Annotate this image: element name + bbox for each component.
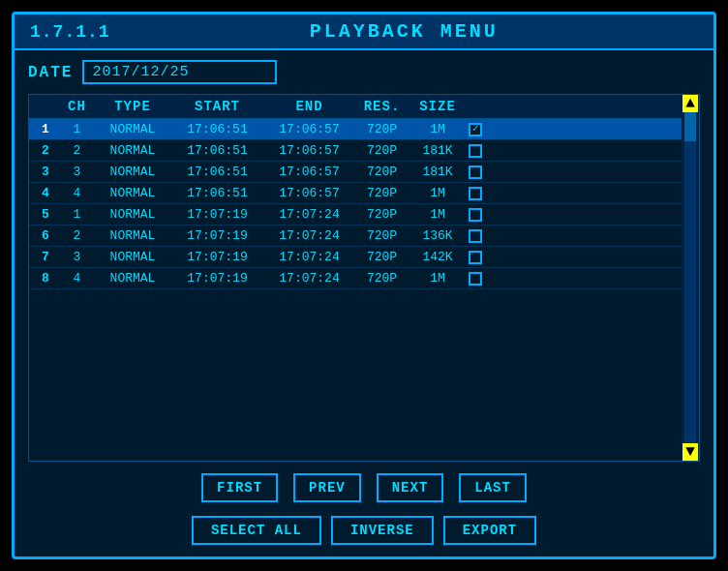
row-res: 720P xyxy=(355,228,409,243)
row-start: 17:07:19 xyxy=(171,228,263,243)
row-ch: 1 xyxy=(60,122,94,136)
header-end: END xyxy=(263,99,355,114)
select-all-button[interactable]: SELECT ALL xyxy=(192,516,321,545)
table-row[interactable]: 8 4 NORMAL 17:07:19 17:07:24 720P 1M xyxy=(29,268,699,289)
row-end: 17:06:57 xyxy=(263,186,355,200)
title-bar: 1.7.1.1 PLAYBACK MENU xyxy=(15,15,713,50)
date-input[interactable] xyxy=(82,60,277,84)
row-size: 1M xyxy=(409,186,467,200)
row-res: 720P xyxy=(355,271,409,286)
row-end: 17:06:57 xyxy=(263,165,355,179)
row-end: 17:07:24 xyxy=(263,250,355,264)
row-start: 17:07:19 xyxy=(171,207,263,222)
first-button[interactable]: FIRST xyxy=(201,473,278,502)
row-checkbox[interactable] xyxy=(469,123,482,136)
table-row[interactable]: 5 1 NORMAL 17:07:19 17:07:24 720P 1M xyxy=(29,204,699,225)
row-type: NORMAL xyxy=(94,271,171,286)
row-type: NORMAL xyxy=(94,250,171,264)
navigation-buttons: FIRST PREV NEXT LAST xyxy=(28,471,700,504)
header-num xyxy=(31,99,60,114)
row-checkbox-cell xyxy=(467,144,484,158)
row-res: 720P xyxy=(355,122,409,136)
row-checkbox-cell xyxy=(467,272,484,286)
row-res: 720P xyxy=(355,186,409,200)
row-type: NORMAL xyxy=(94,186,171,200)
row-checkbox[interactable] xyxy=(469,165,482,179)
scrollbar: ▲ ▼ xyxy=(682,95,699,461)
row-end: 17:07:24 xyxy=(263,271,355,286)
last-button[interactable]: LAST xyxy=(459,473,527,502)
row-checkbox[interactable] xyxy=(469,229,482,243)
row-start: 17:06:51 xyxy=(171,122,263,136)
row-checkbox-cell xyxy=(467,165,484,179)
row-checkbox[interactable] xyxy=(469,251,482,264)
header-start: START xyxy=(171,99,263,114)
row-checkbox[interactable] xyxy=(469,144,482,158)
row-res: 720P xyxy=(355,207,409,222)
header-ch: CH xyxy=(60,99,94,114)
row-size: 1M xyxy=(409,271,467,286)
row-num: 6 xyxy=(31,228,60,243)
content-area: DATE CH TYPE START END RES. SIZE 1 1 NOR… xyxy=(15,50,713,556)
scrollbar-thumb xyxy=(684,112,696,141)
row-size: 1M xyxy=(409,122,467,136)
row-type: NORMAL xyxy=(94,207,171,222)
row-num: 7 xyxy=(31,250,60,264)
version-label: 1.7.1.1 xyxy=(30,22,110,42)
row-type: NORMAL xyxy=(94,228,171,243)
row-ch: 2 xyxy=(60,143,94,158)
row-start: 17:07:19 xyxy=(171,250,263,264)
row-size: 1M xyxy=(409,207,467,222)
scroll-down-button[interactable]: ▼ xyxy=(682,443,698,461)
row-checkbox-cell xyxy=(467,123,484,136)
row-type: NORMAL xyxy=(94,122,171,136)
table-row[interactable]: 7 3 NORMAL 17:07:19 17:07:24 720P 142K xyxy=(29,247,699,268)
row-ch: 1 xyxy=(60,207,94,222)
row-ch: 4 xyxy=(60,271,94,286)
row-num: 1 xyxy=(31,122,60,136)
row-ch: 3 xyxy=(60,165,94,179)
row-end: 17:06:57 xyxy=(263,143,355,158)
row-checkbox[interactable] xyxy=(469,208,482,222)
row-checkbox[interactable] xyxy=(469,272,482,286)
row-ch: 3 xyxy=(60,250,94,264)
header-check xyxy=(467,99,484,114)
row-end: 17:06:57 xyxy=(263,122,355,136)
inverse-button[interactable]: INVERSE xyxy=(331,516,434,545)
header-size: SIZE xyxy=(409,99,467,114)
header-type: TYPE xyxy=(94,99,171,114)
row-start: 17:06:51 xyxy=(171,143,263,158)
table-body: 1 1 NORMAL 17:06:51 17:06:57 720P 1M 2 2… xyxy=(29,119,699,461)
action-buttons: SELECT ALL INVERSE EXPORT xyxy=(28,514,700,547)
row-checkbox-cell xyxy=(467,208,484,222)
row-checkbox-cell xyxy=(467,251,484,264)
row-num: 3 xyxy=(31,165,60,179)
table-row[interactable]: 1 1 NORMAL 17:06:51 17:06:57 720P 1M xyxy=(29,119,699,140)
row-res: 720P xyxy=(355,143,409,158)
table-row[interactable]: 2 2 NORMAL 17:06:51 17:06:57 720P 181K xyxy=(29,140,699,162)
table-row[interactable]: 6 2 NORMAL 17:07:19 17:07:24 720P 136K xyxy=(29,225,699,247)
row-end: 17:07:24 xyxy=(263,207,355,222)
row-end: 17:07:24 xyxy=(263,228,355,243)
scrollbar-track xyxy=(684,112,696,443)
row-size: 136K xyxy=(409,228,467,243)
header-res: RES. xyxy=(355,99,409,114)
row-start: 17:06:51 xyxy=(171,165,263,179)
row-checkbox-cell xyxy=(467,229,484,243)
next-button[interactable]: NEXT xyxy=(377,473,444,502)
scroll-up-button[interactable]: ▲ xyxy=(682,95,698,112)
date-row: DATE xyxy=(28,60,700,84)
row-num: 8 xyxy=(31,271,60,286)
row-start: 17:07:19 xyxy=(171,271,263,286)
row-size: 181K xyxy=(409,165,467,179)
table-row[interactable]: 4 4 NORMAL 17:06:51 17:06:57 720P 1M xyxy=(29,183,699,204)
row-num: 4 xyxy=(31,186,60,200)
row-checkbox[interactable] xyxy=(469,187,482,200)
menu-title: PLAYBACK MENU xyxy=(110,20,698,43)
row-res: 720P xyxy=(355,250,409,264)
row-size: 181K xyxy=(409,143,467,158)
table-row[interactable]: 3 3 NORMAL 17:06:51 17:06:57 720P 181K xyxy=(29,162,699,183)
export-button[interactable]: EXPORT xyxy=(443,516,536,545)
prev-button[interactable]: PREV xyxy=(293,473,361,502)
row-res: 720P xyxy=(355,165,409,179)
